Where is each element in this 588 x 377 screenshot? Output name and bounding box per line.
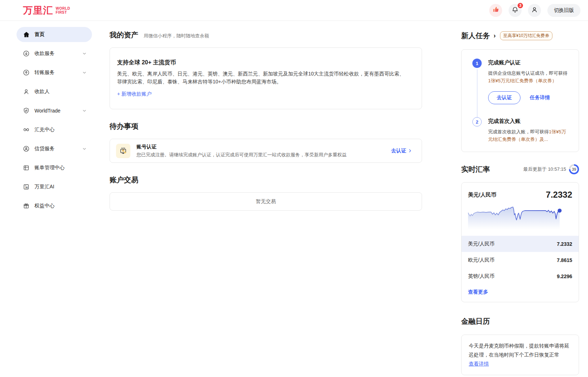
rate-pair: 英镑/人民币: [468, 273, 495, 280]
view-more-rates-link[interactable]: 查看更多: [462, 284, 579, 302]
rate-value: 7.8615: [557, 257, 572, 263]
newbie-tasks-title: 新人任务: [461, 31, 490, 41]
live-rates-card: 美元/人民币 7.2332: [461, 182, 579, 302]
go-verify-link[interactable]: 去认证: [391, 148, 412, 154]
switch-old-version-button[interactable]: 切换旧版: [547, 4, 580, 17]
main-content: 我的资产 用微信小程序，随时随地查余额 支持全球 20+ 主流货币 美元、欧元、…: [110, 21, 422, 377]
rate-row-gbp-cny[interactable]: 英镑/人民币 9.2296: [462, 268, 579, 284]
assets-section-subtitle: 用微信小程序，随时随地查余额: [144, 33, 209, 39]
person-icon: [23, 88, 30, 95]
rate-pair: 欧元/人民币: [468, 257, 495, 263]
todo-item-desc: 您已完成注册。请继续完成账户认证，认证完成后可使用万里汇一站式收款服务，享受新用…: [136, 152, 385, 158]
chevron-right-icon: [408, 148, 412, 153]
sidebar-item-fx-center[interactable]: 汇兑中心: [17, 122, 92, 137]
step-connector-line: [477, 69, 477, 119]
svg-text:AI: AI: [26, 186, 28, 189]
top-header: 万里汇 WORLD FIRST 3: [0, 0, 588, 21]
arrow-down-circle-icon: [23, 50, 30, 57]
sidebar-item-benefits-center[interactable]: 权益中心: [17, 198, 92, 213]
home-icon: [23, 31, 30, 38]
arrow-up-circle-icon: [23, 69, 30, 76]
sparkline-end-dot: [558, 209, 562, 213]
live-rates-title: 实时汇率: [461, 165, 523, 174]
assets-card-body: 美元、欧元、离岸人民币、日元、港元、英镑、澳元、新西兰元、新加坡元及加元全球10…: [117, 70, 404, 86]
task-1-desc: 提供企业信息账号认证成功，即可获得1张¥5万元结汇免费券（单次券）: [488, 69, 570, 84]
todo-section-title: 待办事项: [110, 121, 138, 131]
chevron-down-icon: [82, 108, 87, 113]
rate-value: 9.2296: [557, 273, 572, 279]
task-step-2: 2 完成首次入账 完成首次收款入账，即可获得1张¥5万元结汇免费券（单次券）及.…: [472, 118, 570, 143]
assets-section-title: 我的资产: [110, 30, 138, 40]
calendar-details-link[interactable]: 查看详情: [469, 359, 489, 368]
rate-row-eur-cny[interactable]: 欧元/人民币 7.8615: [462, 252, 579, 268]
header-actions: 3 切换旧版: [489, 4, 580, 17]
step-2-number: 2: [472, 117, 482, 127]
add-receiving-account-link[interactable]: + 新增收款账户: [117, 91, 152, 97]
newbie-tasks-card: 1 完成账户认证 提供企业信息账号认证成功，即可获得1张¥5万元结汇免费券（单次…: [461, 49, 579, 152]
rates-refresh-countdown[interactable]: 39: [569, 164, 579, 174]
financial-calendar-card: 今天是丹麦克朗币种假期，提款转账申请将延迟处理，在当地时间下个工作日恢复正常 查…: [461, 335, 579, 375]
task-1-verify-button[interactable]: 去认证: [488, 91, 520, 104]
todo-item-card: 账号认证 您已完成注册。请继续完成账户认证，认证完成后可使用万里汇一站式收款服务…: [110, 139, 422, 163]
exchange-infinity-icon: [23, 126, 30, 133]
chevron-down-icon: [82, 51, 87, 56]
sidebar-item-receive-services[interactable]: 收款服务: [17, 46, 92, 61]
task-2-title: 完成首次入账: [488, 118, 570, 125]
rate-sparkline-chart: [462, 202, 579, 236]
worldfirst-logo[interactable]: 万里汇 WORLD FIRST: [23, 4, 70, 17]
rate-pair: 美元/人民币: [468, 241, 495, 247]
featured-rate-value: 7.2332: [546, 190, 572, 200]
transactions-section-title: 账户交易: [110, 175, 138, 185]
right-panel: 新人任务 › 至高享¥10万结汇免费券 1 完成账户认证 提供企业信息账号认证成…: [461, 21, 579, 377]
logo-text-cn: 万里汇: [23, 4, 53, 17]
task-1-details-link[interactable]: 任务详情: [530, 95, 550, 101]
task-step-1: 1 完成账户认证 提供企业信息账号认证成功，即可获得1张¥5万元结汇免费券（单次…: [472, 59, 570, 118]
sidebar-nav: 首页 收款服务 转账服务 收款人: [0, 21, 110, 377]
user-icon: [531, 6, 538, 15]
sidebar-item-home[interactable]: 首页: [17, 27, 92, 42]
tasks-reward-badge: 至高享¥10万结汇免费券: [500, 31, 552, 40]
step-1-number: 1: [472, 59, 482, 68]
credit-person-icon: [23, 145, 30, 152]
shield-trade-icon: [23, 107, 30, 114]
rate-value: 7.2332: [557, 241, 572, 247]
sidebar-item-worldtrade[interactable]: WorldTrade: [17, 103, 92, 118]
notifications-button[interactable]: 3: [509, 4, 522, 17]
notification-count-badge: 3: [517, 2, 524, 9]
rate-row-usd-cny[interactable]: 美元/人民币 7.2332: [462, 236, 579, 252]
chevron-down-icon: [82, 70, 87, 75]
transactions-empty-card: 暂无交易: [110, 192, 422, 211]
empty-transactions-text: 暂无交易: [256, 198, 276, 205]
sidebar-item-recipients[interactable]: 收款人: [17, 84, 92, 99]
rates-updated-text: 最后更新于 10:57:15: [523, 166, 566, 173]
financial-calendar-title: 金融日历: [461, 317, 579, 326]
account-button[interactable]: [528, 4, 541, 17]
account-verify-icon: [116, 144, 130, 158]
task-2-desc: 完成首次收款入账，即可获得1张¥5万元结汇免费券（单次券）及...: [488, 128, 570, 143]
sidebar-item-billing-center[interactable]: 账单管理中心: [17, 160, 92, 175]
logo-text-en: WORLD FIRST: [56, 6, 70, 14]
calendar-notice-text: 今天是丹麦克朗币种假期，提款转账申请将延迟处理，在当地时间下个工作日恢复正常: [469, 343, 569, 358]
featured-rate: 美元/人民币 7.2332: [462, 183, 579, 202]
featured-rate-pair: 美元/人民币: [468, 192, 496, 198]
sidebar-item-worldfirst-ai[interactable]: AI 万里汇AI: [17, 179, 92, 194]
thumbs-up-icon: [492, 6, 499, 14]
gift-icon: [23, 202, 30, 210]
task-1-title: 完成账户认证: [488, 59, 570, 66]
sidebar-item-credit-services[interactable]: 信贷服务: [17, 141, 92, 156]
bill-table-icon: [23, 164, 30, 171]
chevron-down-icon: [82, 146, 87, 151]
assets-card: 支持全球 20+ 主流货币 美元、欧元、离岸人民币、日元、港元、英镑、澳元、新西…: [110, 47, 422, 109]
todo-item-title: 账号认证: [136, 144, 385, 150]
feedback-like-button[interactable]: [489, 4, 502, 17]
sidebar-item-transfer-services[interactable]: 转账服务: [17, 65, 92, 80]
assets-card-title: 支持全球 20+ 主流货币: [117, 59, 415, 66]
chevron-right-icon[interactable]: ›: [494, 32, 496, 40]
ai-icon: AI: [23, 183, 30, 190]
